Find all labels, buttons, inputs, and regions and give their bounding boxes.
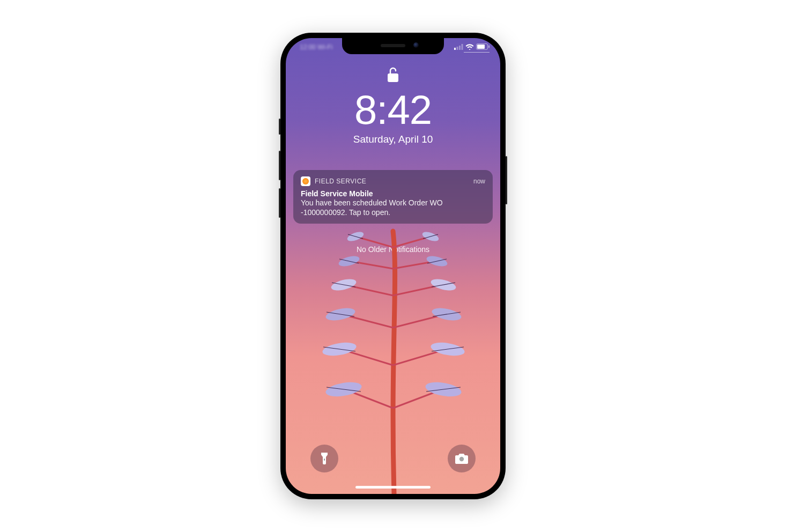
- svg-line-21: [339, 259, 359, 263]
- lock-header: 8:42 Saturday, April 10: [286, 66, 500, 145]
- notification-card[interactable]: FIELD SERVICE now Field Service Mobile Y…: [293, 170, 493, 224]
- svg-point-15: [322, 341, 358, 358]
- svg-point-11: [330, 277, 358, 292]
- svg-point-7: [346, 230, 365, 243]
- svg-point-13: [325, 306, 357, 322]
- phone-frame: 12:00 Wi-Fi 8:42 Saturday, April 10: [280, 33, 506, 499]
- svg-line-28: [432, 347, 464, 351]
- camera-icon: [455, 453, 469, 464]
- flashlight-button[interactable]: [310, 445, 338, 472]
- mute-switch[interactable]: [279, 119, 280, 135]
- svg-line-26: [433, 312, 461, 316]
- svg-line-27: [323, 347, 355, 351]
- side-button[interactable]: [506, 156, 507, 204]
- svg-point-9: [338, 254, 361, 268]
- svg-line-30: [426, 387, 461, 391]
- svg-point-18: [424, 380, 462, 398]
- wifi-icon: [465, 44, 474, 50]
- no-older-notifications: No Older Notifications: [286, 245, 500, 254]
- svg-line-25: [327, 312, 354, 316]
- svg-rect-6: [488, 46, 490, 48]
- canvas: 12:00 Wi-Fi 8:42 Saturday, April 10: [0, 0, 786, 532]
- wallpaper-plant: [318, 215, 468, 494]
- svg-rect-2: [459, 46, 461, 50]
- notch: [342, 38, 444, 54]
- svg-point-14: [431, 306, 463, 322]
- svg-rect-0: [454, 48, 456, 50]
- svg-line-23: [332, 283, 355, 287]
- volume-down-button[interactable]: [279, 188, 280, 218]
- svg-rect-1: [457, 47, 458, 50]
- clock-date: Saturday, April 10: [286, 134, 500, 145]
- volume-up-button[interactable]: [279, 151, 280, 180]
- app-icon: [301, 176, 310, 186]
- speaker-grille: [381, 44, 405, 47]
- svg-point-12: [430, 277, 457, 292]
- svg-line-22: [427, 259, 447, 263]
- svg-point-32: [459, 457, 464, 461]
- unlock-icon: [387, 66, 399, 85]
- svg-point-16: [430, 341, 466, 358]
- svg-point-10: [426, 254, 449, 268]
- svg-rect-5: [477, 45, 485, 49]
- svg-rect-3: [462, 44, 463, 50]
- notification-title: Field Service Mobile: [301, 189, 485, 198]
- svg-line-20: [423, 234, 438, 239]
- carrier-text: 12:00 Wi-Fi: [300, 43, 332, 51]
- status-icons: [454, 43, 490, 50]
- status-underline: [464, 52, 490, 53]
- battery-icon: [476, 43, 490, 50]
- svg-point-8: [421, 230, 440, 243]
- svg-line-24: [432, 283, 455, 287]
- cellular-icon: [454, 44, 463, 50]
- svg-line-29: [327, 387, 361, 391]
- svg-line-19: [348, 234, 363, 239]
- notification-body: You have been scheduled Work Order WO -1…: [301, 198, 485, 217]
- notification-header: FIELD SERVICE now: [301, 176, 485, 186]
- camera-button[interactable]: [448, 445, 476, 472]
- lock-screen[interactable]: 12:00 Wi-Fi 8:42 Saturday, April 10: [286, 38, 500, 494]
- clock-time: 8:42: [286, 90, 500, 130]
- svg-rect-31: [324, 459, 325, 461]
- home-indicator[interactable]: [355, 486, 431, 489]
- front-camera: [413, 42, 419, 48]
- flashlight-icon: [319, 452, 330, 466]
- svg-point-17: [324, 380, 362, 398]
- notification-timestamp: now: [473, 178, 485, 185]
- app-name: FIELD SERVICE: [315, 178, 366, 185]
